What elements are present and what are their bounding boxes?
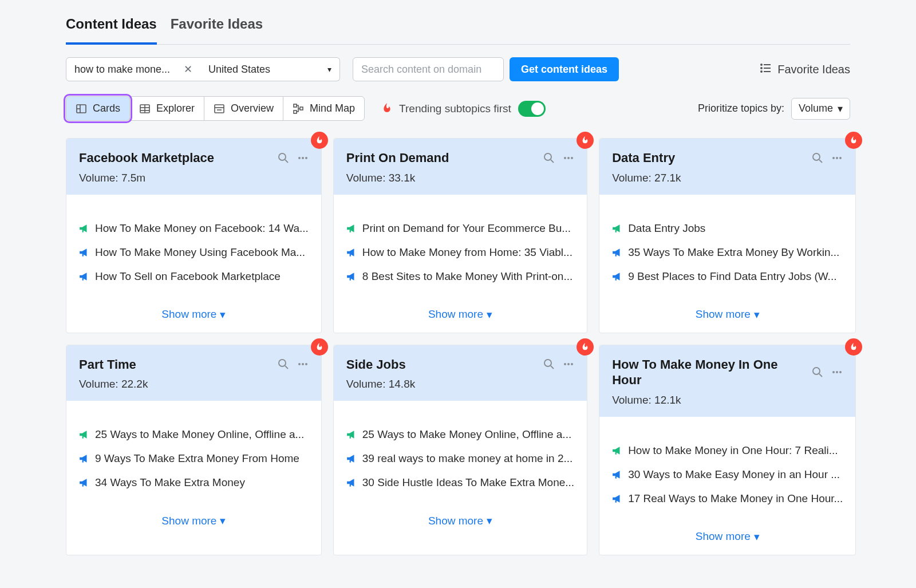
show-more-button[interactable]: Show more ▾ — [66, 506, 321, 539]
content-idea-item[interactable]: 35 Ways To Make Extra Money By Workin... — [612, 246, 843, 259]
svg-point-23 — [305, 157, 307, 159]
svg-point-19 — [279, 153, 286, 160]
svg-rect-16 — [294, 104, 297, 107]
svg-point-39 — [544, 360, 551, 366]
search-icon[interactable] — [812, 366, 823, 378]
more-icon[interactable] — [563, 358, 574, 370]
more-icon[interactable] — [297, 358, 309, 370]
content-idea-item[interactable]: 8 Best Sites to Make Money With Print-on… — [346, 270, 574, 283]
svg-point-22 — [302, 157, 304, 159]
show-more-button[interactable]: Show more ▾ — [599, 522, 855, 555]
svg-rect-13 — [215, 105, 224, 113]
topic-card: Part Time Volume: 22.2k 25 Ways to Make … — [66, 345, 322, 555]
content-idea-text: 17 Real Ways to Make Money in One Hour..… — [628, 492, 843, 505]
content-idea-item[interactable]: 25 Ways to Make Money Online, Offline a.… — [79, 428, 309, 441]
content-idea-text: 25 Ways to Make Money Online, Offline a.… — [362, 428, 571, 441]
view-row: Cards Explorer Overview Mind Map Trendin… — [66, 81, 850, 121]
svg-point-29 — [813, 153, 820, 160]
content-idea-item[interactable]: How To Make Money on Facebook: 14 Wa... — [79, 222, 309, 235]
view-cards-label: Cards — [93, 102, 120, 115]
chevron-down-icon: ▾ — [487, 514, 492, 527]
megaphone-icon — [79, 223, 89, 234]
svg-point-27 — [567, 157, 570, 159]
topic-card: Print On Demand Volume: 33.1k Print on D… — [333, 138, 587, 333]
content-idea-item[interactable]: 9 Ways To Make Extra Money From Home — [79, 452, 309, 465]
more-icon[interactable] — [297, 152, 309, 164]
more-icon[interactable] — [831, 366, 843, 378]
content-idea-text: Print on Demand for Your Ecommerce Bu... — [362, 222, 571, 235]
content-idea-item[interactable]: Print on Demand for Your Ecommerce Bu... — [346, 222, 574, 235]
card-volume: Volume: 14.8k — [346, 378, 574, 390]
query-chip[interactable]: how to make mone... ✕ — [66, 57, 201, 81]
content-idea-text: 9 Best Places to Find Data Entry Jobs (W… — [628, 270, 836, 283]
card-volume: Volume: 7.5m — [79, 172, 309, 184]
svg-point-36 — [298, 363, 301, 365]
svg-point-26 — [564, 157, 566, 159]
card-title: Facebook Marketplace — [79, 150, 272, 166]
content-idea-item[interactable]: Data Entry Jobs — [612, 222, 843, 235]
card-volume: Volume: 12.1k — [612, 394, 843, 407]
svg-point-38 — [305, 363, 307, 365]
country-select[interactable]: United States ▾ — [200, 57, 340, 81]
search-icon[interactable] — [543, 358, 555, 370]
get-ideas-button[interactable]: Get content ideas — [510, 57, 619, 81]
prioritize-select[interactable]: Volume ▾ — [791, 98, 850, 120]
clear-query-icon[interactable]: ✕ — [184, 63, 192, 76]
megaphone-icon — [346, 271, 357, 282]
more-icon[interactable] — [563, 152, 574, 164]
domain-search-input[interactable]: Search content on domain — [353, 57, 504, 81]
view-explorer-button[interactable]: Explorer — [129, 96, 204, 121]
content-idea-item[interactable]: 34 Ways To Make Extra Money — [79, 476, 309, 489]
card-body: 25 Ways to Make Money Online, Offline a.… — [66, 401, 321, 506]
chevron-down-icon: ▾ — [327, 65, 331, 74]
megaphone-icon — [612, 223, 622, 234]
view-overview-button[interactable]: Overview — [204, 96, 283, 121]
content-idea-item[interactable]: How To Sell on Facebook Marketplace — [79, 270, 309, 283]
show-more-button[interactable]: Show more ▾ — [66, 300, 321, 333]
content-idea-item[interactable]: 30 Side Hustle Ideas To Make Extra Mone.… — [346, 476, 574, 489]
country-text: United States — [208, 64, 270, 76]
tab-content-ideas[interactable]: Content Ideas — [66, 10, 157, 45]
more-icon[interactable] — [831, 152, 843, 164]
content-idea-item[interactable]: 17 Real Ways to Make Money in One Hour..… — [612, 492, 843, 505]
content-idea-item[interactable]: 25 Ways to Make Money Online, Offline a.… — [346, 428, 574, 441]
svg-point-47 — [836, 371, 838, 373]
view-cards-button[interactable]: Cards — [66, 96, 130, 121]
content-idea-item[interactable]: How To Make Money Using Facebook Ma... — [79, 246, 309, 259]
search-icon[interactable] — [812, 152, 823, 164]
svg-point-24 — [544, 153, 551, 160]
content-idea-item[interactable]: How to Make Money in One Hour: 7 Reali..… — [612, 444, 843, 457]
card-body: Data Entry Jobs 35 Ways To Make Extra Mo… — [599, 195, 855, 300]
prioritize-group: Prioritize topics by: Volume ▾ — [698, 98, 850, 120]
content-idea-item[interactable]: 39 real ways to make money at home in 2.… — [346, 452, 574, 465]
search-icon[interactable] — [278, 358, 289, 370]
content-idea-text: Data Entry Jobs — [628, 222, 705, 235]
search-icon[interactable] — [543, 152, 555, 164]
svg-point-28 — [571, 157, 573, 159]
view-overview-label: Overview — [231, 102, 274, 115]
search-icon[interactable] — [278, 152, 289, 164]
megaphone-icon — [79, 477, 89, 488]
topic-card: Side Jobs Volume: 14.8k 25 Ways to Make … — [333, 345, 587, 555]
content-idea-item[interactable]: 30 Ways to Make Easy Money in an Hour ..… — [612, 468, 843, 481]
tab-favorite-ideas[interactable]: Favorite Ideas — [171, 10, 263, 44]
megaphone-icon — [612, 247, 622, 258]
trending-toggle[interactable] — [518, 101, 546, 117]
favorite-ideas-link[interactable]: Favorite Ideas — [760, 62, 850, 77]
show-more-button[interactable]: Show more ▾ — [334, 506, 587, 539]
show-more-button[interactable]: Show more ▾ — [599, 300, 855, 333]
trending-badge — [577, 338, 594, 356]
content-idea-text: 34 Ways To Make Extra Money — [95, 476, 245, 489]
card-volume: Volume: 33.1k — [346, 172, 574, 184]
content-idea-item[interactable]: 9 Best Places to Find Data Entry Jobs (W… — [612, 270, 843, 283]
megaphone-icon — [346, 453, 357, 464]
explorer-icon — [139, 103, 151, 115]
content-idea-item[interactable]: How to Make Money from Home: 35 Viabl... — [346, 246, 574, 259]
show-more-button[interactable]: Show more ▾ — [334, 300, 587, 333]
megaphone-icon — [612, 445, 622, 456]
flame-icon — [382, 103, 392, 115]
chevron-down-icon: ▾ — [220, 514, 226, 527]
view-mindmap-button[interactable]: Mind Map — [283, 96, 365, 121]
overview-icon — [214, 103, 225, 115]
card-title: Side Jobs — [346, 357, 538, 373]
